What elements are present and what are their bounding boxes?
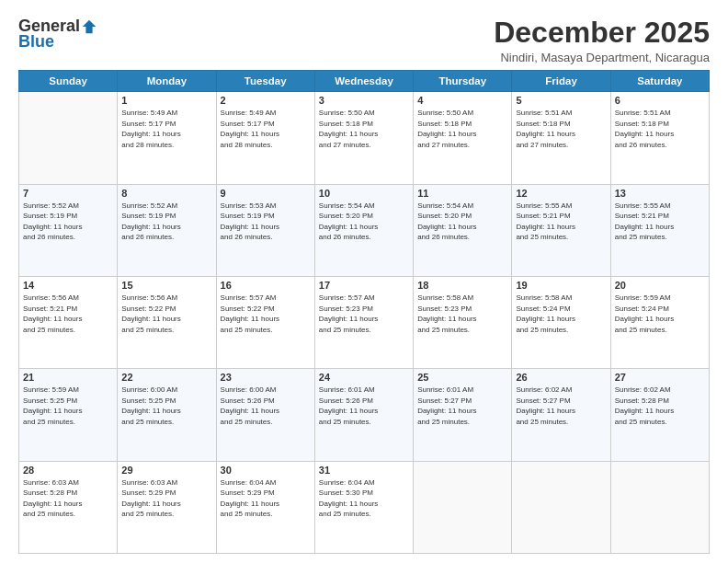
day-number: 29 xyxy=(121,465,211,476)
day-header-monday: Monday xyxy=(118,71,216,92)
sun-info: Sunrise: 5:49 AMSunset: 5:17 PMDaylight:… xyxy=(221,108,311,150)
sun-info: Sunrise: 5:49 AMSunset: 5:17 PMDaylight:… xyxy=(121,108,211,150)
day-number: 18 xyxy=(417,280,507,291)
sun-info: Sunrise: 5:51 AMSunset: 5:18 PMDaylight:… xyxy=(516,108,606,150)
calendar-cell: 30Sunrise: 6:04 AMSunset: 5:29 PMDayligh… xyxy=(216,461,314,553)
month-year: December 2025 xyxy=(494,17,710,49)
logo-blue: Blue xyxy=(18,32,54,52)
calendar-cell: 19Sunrise: 5:58 AMSunset: 5:24 PMDayligh… xyxy=(512,276,610,368)
calendar-week-5: 28Sunrise: 6:03 AMSunset: 5:28 PMDayligh… xyxy=(19,461,710,553)
sun-info: Sunrise: 5:56 AMSunset: 5:22 PMDaylight:… xyxy=(121,293,211,335)
calendar-cell: 14Sunrise: 5:56 AMSunset: 5:21 PMDayligh… xyxy=(19,276,118,368)
day-number: 25 xyxy=(417,372,507,383)
calendar-week-2: 7Sunrise: 5:52 AMSunset: 5:19 PMDaylight… xyxy=(19,184,710,276)
sun-info: Sunrise: 5:51 AMSunset: 5:18 PMDaylight:… xyxy=(615,108,705,150)
sun-info: Sunrise: 6:01 AMSunset: 5:26 PMDaylight:… xyxy=(319,385,409,427)
day-number: 24 xyxy=(319,372,409,383)
calendar-cell: 21Sunrise: 5:59 AMSunset: 5:25 PMDayligh… xyxy=(19,369,118,461)
calendar: SundayMondayTuesdayWednesdayThursdayFrid… xyxy=(18,70,710,554)
sun-info: Sunrise: 5:56 AMSunset: 5:21 PMDaylight:… xyxy=(23,293,113,335)
calendar-cell: 3Sunrise: 5:50 AMSunset: 5:18 PMDaylight… xyxy=(314,92,413,184)
sun-info: Sunrise: 6:04 AMSunset: 5:29 PMDaylight:… xyxy=(221,477,311,520)
calendar-cell: 9Sunrise: 5:53 AMSunset: 5:19 PMDaylight… xyxy=(216,184,314,276)
sun-info: Sunrise: 6:03 AMSunset: 5:28 PMDaylight:… xyxy=(23,477,113,520)
sun-info: Sunrise: 6:01 AMSunset: 5:27 PMDaylight:… xyxy=(417,385,507,427)
calendar-cell xyxy=(19,92,118,184)
sun-info: Sunrise: 5:55 AMSunset: 5:21 PMDaylight:… xyxy=(516,201,606,243)
day-number: 3 xyxy=(319,95,409,106)
calendar-cell: 1Sunrise: 5:49 AMSunset: 5:17 PMDaylight… xyxy=(118,92,216,184)
location: Nindiri, Masaya Department, Nicaragua xyxy=(494,51,710,64)
sun-info: Sunrise: 5:53 AMSunset: 5:19 PMDaylight:… xyxy=(221,201,311,243)
day-header-friday: Friday xyxy=(512,71,610,92)
calendar-cell: 24Sunrise: 6:01 AMSunset: 5:26 PMDayligh… xyxy=(314,369,413,461)
sun-info: Sunrise: 6:00 AMSunset: 5:26 PMDaylight:… xyxy=(221,385,311,427)
day-number: 19 xyxy=(516,280,606,291)
calendar-week-3: 14Sunrise: 5:56 AMSunset: 5:21 PMDayligh… xyxy=(19,276,710,368)
sun-info: Sunrise: 5:54 AMSunset: 5:20 PMDaylight:… xyxy=(319,201,409,243)
sun-info: Sunrise: 6:03 AMSunset: 5:29 PMDaylight:… xyxy=(121,477,211,520)
day-number: 13 xyxy=(615,188,705,199)
day-number: 30 xyxy=(221,465,311,476)
calendar-cell: 4Sunrise: 5:50 AMSunset: 5:18 PMDaylight… xyxy=(414,92,512,184)
calendar-cell: 28Sunrise: 6:03 AMSunset: 5:28 PMDayligh… xyxy=(19,461,118,553)
day-header-tuesday: Tuesday xyxy=(216,71,314,92)
logo: General Blue xyxy=(18,17,97,52)
calendar-week-4: 21Sunrise: 5:59 AMSunset: 5:25 PMDayligh… xyxy=(19,369,710,461)
calendar-cell xyxy=(610,461,709,553)
calendar-cell: 18Sunrise: 5:58 AMSunset: 5:23 PMDayligh… xyxy=(414,276,512,368)
logo-icon xyxy=(81,18,97,35)
calendar-cell: 16Sunrise: 5:57 AMSunset: 5:22 PMDayligh… xyxy=(216,276,314,368)
calendar-cell: 17Sunrise: 5:57 AMSunset: 5:23 PMDayligh… xyxy=(314,276,413,368)
calendar-week-1: 1Sunrise: 5:49 AMSunset: 5:17 PMDaylight… xyxy=(19,92,710,184)
day-number: 11 xyxy=(417,188,507,199)
sun-info: Sunrise: 5:55 AMSunset: 5:21 PMDaylight:… xyxy=(615,201,705,243)
calendar-cell: 22Sunrise: 6:00 AMSunset: 5:25 PMDayligh… xyxy=(118,369,216,461)
sun-info: Sunrise: 5:59 AMSunset: 5:24 PMDaylight:… xyxy=(615,293,705,335)
day-number: 15 xyxy=(121,280,211,291)
day-number: 9 xyxy=(221,188,311,199)
sun-info: Sunrise: 5:52 AMSunset: 5:19 PMDaylight:… xyxy=(121,201,211,243)
calendar-cell: 6Sunrise: 5:51 AMSunset: 5:18 PMDaylight… xyxy=(610,92,709,184)
day-header-sunday: Sunday xyxy=(19,71,118,92)
day-number: 6 xyxy=(615,95,705,106)
day-number: 27 xyxy=(615,372,705,383)
calendar-cell: 29Sunrise: 6:03 AMSunset: 5:29 PMDayligh… xyxy=(118,461,216,553)
sun-info: Sunrise: 5:54 AMSunset: 5:20 PMDaylight:… xyxy=(417,201,507,243)
day-number: 10 xyxy=(319,188,409,199)
sun-info: Sunrise: 5:57 AMSunset: 5:23 PMDaylight:… xyxy=(319,293,409,335)
day-number: 8 xyxy=(121,188,211,199)
sun-info: Sunrise: 5:58 AMSunset: 5:24 PMDaylight:… xyxy=(516,293,606,335)
sun-info: Sunrise: 5:59 AMSunset: 5:25 PMDaylight:… xyxy=(23,385,113,427)
sun-info: Sunrise: 6:02 AMSunset: 5:28 PMDaylight:… xyxy=(615,385,705,427)
day-number: 5 xyxy=(516,95,606,106)
calendar-cell: 2Sunrise: 5:49 AMSunset: 5:17 PMDaylight… xyxy=(216,92,314,184)
calendar-cell xyxy=(512,461,610,553)
calendar-cell: 15Sunrise: 5:56 AMSunset: 5:22 PMDayligh… xyxy=(118,276,216,368)
calendar-cell: 26Sunrise: 6:02 AMSunset: 5:27 PMDayligh… xyxy=(512,369,610,461)
title-block: December 2025 Nindiri, Masaya Department… xyxy=(494,17,710,64)
page: General Blue December 2025 Nindiri, Masa… xyxy=(0,0,728,563)
day-number: 31 xyxy=(319,465,409,476)
day-number: 17 xyxy=(319,280,409,291)
day-number: 12 xyxy=(516,188,606,199)
calendar-cell: 11Sunrise: 5:54 AMSunset: 5:20 PMDayligh… xyxy=(414,184,512,276)
day-number: 1 xyxy=(121,95,211,106)
day-number: 7 xyxy=(23,188,113,199)
calendar-cell: 23Sunrise: 6:00 AMSunset: 5:26 PMDayligh… xyxy=(216,369,314,461)
sun-info: Sunrise: 5:57 AMSunset: 5:22 PMDaylight:… xyxy=(221,293,311,335)
calendar-cell: 13Sunrise: 5:55 AMSunset: 5:21 PMDayligh… xyxy=(610,184,709,276)
day-number: 23 xyxy=(221,372,311,383)
svg-marker-0 xyxy=(83,19,96,32)
sun-info: Sunrise: 5:58 AMSunset: 5:23 PMDaylight:… xyxy=(417,293,507,335)
calendar-cell: 5Sunrise: 5:51 AMSunset: 5:18 PMDaylight… xyxy=(512,92,610,184)
calendar-header-row: SundayMondayTuesdayWednesdayThursdayFrid… xyxy=(19,71,710,92)
header: General Blue December 2025 Nindiri, Masa… xyxy=(18,17,710,64)
day-number: 26 xyxy=(516,372,606,383)
calendar-cell: 7Sunrise: 5:52 AMSunset: 5:19 PMDaylight… xyxy=(19,184,118,276)
calendar-cell xyxy=(414,461,512,553)
sun-info: Sunrise: 6:02 AMSunset: 5:27 PMDaylight:… xyxy=(516,385,606,427)
day-number: 14 xyxy=(23,280,113,291)
day-number: 4 xyxy=(417,95,507,106)
day-number: 21 xyxy=(23,372,113,383)
